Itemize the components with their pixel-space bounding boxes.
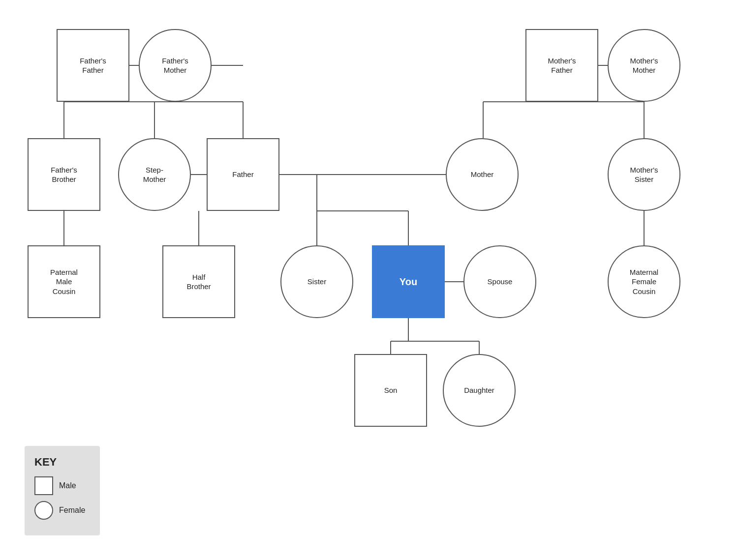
key-male-item: Male bbox=[34, 476, 85, 495]
node-you[interactable]: You bbox=[372, 245, 445, 318]
node-mother[interactable]: Mother bbox=[446, 138, 519, 211]
node-half_brother[interactable]: Half Brother bbox=[162, 245, 235, 318]
node-maternal_female_cousin[interactable]: Maternal Female Cousin bbox=[608, 245, 680, 318]
node-mothers_sister[interactable]: Mother's Sister bbox=[608, 138, 680, 211]
node-paternal_male_cousin[interactable]: Paternal Male Cousin bbox=[28, 245, 100, 318]
key-box: KEY Male Female bbox=[25, 446, 100, 535]
node-fathers_father[interactable]: Father's Father bbox=[57, 29, 129, 102]
node-stepmother[interactable]: Step- Mother bbox=[118, 138, 191, 211]
node-fathers_brother[interactable]: Father's Brother bbox=[28, 138, 100, 211]
key-male-icon bbox=[34, 476, 53, 495]
key-female-item: Female bbox=[34, 501, 85, 520]
node-spouse[interactable]: Spouse bbox=[463, 245, 536, 318]
chart-container: Father's FatherFather's MotherMother's F… bbox=[0, 0, 738, 560]
key-female-label: Female bbox=[59, 506, 85, 515]
node-mothers_father[interactable]: Mother's Father bbox=[525, 29, 598, 102]
key-title: KEY bbox=[34, 456, 85, 469]
node-son[interactable]: Son bbox=[354, 354, 427, 427]
node-sister[interactable]: Sister bbox=[280, 245, 353, 318]
node-father[interactable]: Father bbox=[207, 138, 279, 211]
node-daughter[interactable]: Daughter bbox=[443, 354, 516, 427]
key-female-icon bbox=[34, 501, 53, 520]
node-fathers_mother[interactable]: Father's Mother bbox=[139, 29, 212, 102]
key-male-label: Male bbox=[59, 481, 76, 490]
node-mothers_mother[interactable]: Mother's Mother bbox=[608, 29, 680, 102]
